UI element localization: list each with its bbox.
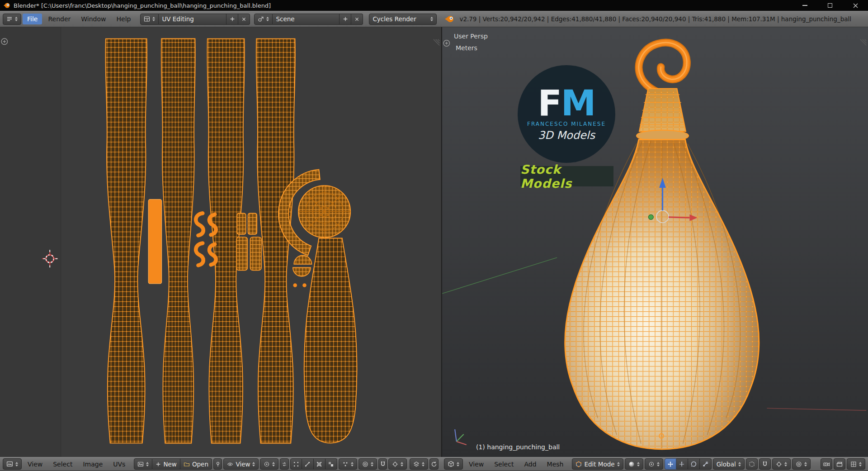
view3d-menu-select[interactable]: Select: [490, 459, 518, 470]
manipulator-scale-button[interactable]: [700, 458, 712, 470]
uv-snap-target-dropdown[interactable]: [388, 458, 407, 470]
uv-menu-uvs[interactable]: UVs: [108, 459, 130, 470]
uv-island-bar[interactable]: [148, 200, 161, 284]
render-engine-dropdown[interactable]: Cycles Render: [369, 14, 437, 25]
editor-type-button-info[interactable]: [3, 14, 21, 25]
screen-layout-browse-button[interactable]: [140, 14, 159, 25]
pivot-icon: [264, 461, 270, 467]
scene-name: Scene: [276, 15, 294, 23]
grid-axis-y-line: [442, 257, 557, 294]
ball-hook[interactable]: [639, 43, 687, 95]
uv-island-disc[interactable]: [298, 186, 350, 238]
uv-island-fans[interactable]: [293, 255, 312, 276]
uv-island-bottle[interactable]: [304, 238, 357, 443]
uv-mode-dropdown[interactable]: View: [223, 458, 259, 470]
orientation-value: Global: [717, 461, 736, 468]
pin-image-button[interactable]: [213, 458, 222, 470]
info-header: File Render Window Help UV Editing Scene: [0, 11, 868, 27]
screen-layout-add-button[interactable]: [226, 14, 238, 25]
scale-icon: [702, 461, 708, 467]
snap-toggle[interactable]: [759, 458, 771, 470]
display-channels-dropdown[interactable]: [410, 458, 428, 470]
corner-grip-icon[interactable]: [860, 39, 866, 45]
scene-selector: Scene: [254, 14, 363, 25]
region-expand-icon[interactable]: [443, 40, 449, 46]
select-island-button[interactable]: [326, 458, 337, 470]
scene-browse-button[interactable]: [254, 14, 273, 25]
sync-arrows-icon: [281, 461, 288, 467]
proportional-edit-stepper: [804, 462, 807, 466]
ball-neck[interactable]: [637, 89, 689, 141]
x-icon: [241, 17, 246, 22]
scene-name-field[interactable]: Scene: [273, 14, 340, 25]
view3d-editor-type-button[interactable]: [444, 458, 463, 470]
render-engine-stepper: [430, 17, 433, 21]
open-image-button[interactable]: Open: [180, 458, 212, 470]
opengl-render-button[interactable]: [821, 458, 832, 470]
view3d-menu-mesh[interactable]: Mesh: [542, 459, 568, 470]
manipulator-cross-icon: [667, 461, 674, 467]
view3d-menu-view[interactable]: View: [464, 459, 488, 470]
scene-delete-button[interactable]: [351, 14, 363, 25]
auto-refresh-toggle[interactable]: [429, 458, 439, 470]
orientation-dropdown[interactable]: Global: [713, 458, 745, 470]
folder-icon: [184, 461, 190, 467]
viewport-3d-canvas: [442, 27, 868, 457]
select-edge-button[interactable]: [302, 458, 314, 470]
close-icon: [853, 3, 858, 8]
uv-menu-select[interactable]: Select: [48, 459, 77, 470]
layers-icon: [413, 461, 420, 467]
viewport-shading-dropdown[interactable]: [625, 458, 643, 470]
uv-island-dot-2[interactable]: [302, 283, 307, 287]
limit-visible-toggle[interactable]: [746, 458, 758, 470]
uv-pivot-dropdown[interactable]: [260, 458, 278, 470]
blender-logo-icon: [444, 15, 454, 23]
manipulator-toggle-button[interactable]: [665, 458, 676, 470]
maximize-button[interactable]: [817, 0, 843, 11]
scene-add-button[interactable]: [340, 14, 351, 25]
info-editor-icon: [6, 16, 13, 22]
uv-island-strips[interactable]: [105, 39, 295, 443]
viewport-3d-pane: User Persp Meters (1) hanging_punching_b…: [442, 27, 868, 457]
uv-editor-type-button[interactable]: [3, 458, 22, 470]
manipulator-translate-button[interactable]: [676, 458, 688, 470]
view3d-menu-add[interactable]: Add: [519, 459, 541, 470]
refresh-icon: [431, 461, 437, 467]
proportional-edit-dropdown[interactable]: [792, 458, 811, 470]
manipulator-y-handle[interactable]: [648, 214, 653, 219]
blender-app-icon: [3, 2, 10, 9]
screen-layout-icon: [144, 16, 150, 22]
new-image-label: New: [163, 461, 176, 468]
menu-file[interactable]: File: [23, 14, 42, 24]
corner-grip-icon[interactable]: [434, 39, 439, 45]
x-icon: [354, 17, 359, 22]
manipulator-rotate-button[interactable]: [688, 458, 700, 470]
close-button[interactable]: [843, 0, 868, 11]
menu-render[interactable]: Render: [43, 14, 75, 24]
minimize-button[interactable]: [792, 0, 817, 11]
interaction-mode-dropdown[interactable]: Edit Mode: [572, 458, 623, 470]
uv-snap-toggle[interactable]: [378, 458, 387, 470]
header-options-dropdown[interactable]: [847, 458, 865, 470]
sticky-select-dropdown[interactable]: [339, 458, 357, 470]
screen-layout-name-field[interactable]: UV Editing: [159, 14, 226, 25]
menu-help[interactable]: Help: [112, 14, 135, 24]
uv-island-dot-1[interactable]: [293, 283, 297, 287]
island-mode-icon: [328, 461, 334, 467]
select-face-button[interactable]: [314, 458, 326, 470]
uv-menu-image[interactable]: Image: [78, 459, 107, 470]
pivot-center-dropdown[interactable]: [645, 458, 663, 470]
grid-options-icon: [850, 461, 857, 467]
opengl-render-anim-button[interactable]: [834, 458, 845, 470]
uv-sync-toggle[interactable]: [280, 458, 289, 470]
select-vertex-button[interactable]: [290, 458, 302, 470]
new-image-button[interactable]: New: [152, 458, 180, 470]
render-engine-value: Cycles Render: [373, 15, 416, 23]
uv-proportional-dropdown[interactable]: [359, 458, 377, 470]
image-browse-button[interactable]: [134, 458, 152, 470]
snap-target-dropdown[interactable]: [772, 458, 791, 470]
menu-window[interactable]: Window: [76, 14, 110, 24]
uv-island-caps[interactable]: [236, 213, 261, 270]
screen-layout-delete-button[interactable]: [238, 14, 250, 25]
uv-menu-view[interactable]: View: [23, 459, 47, 470]
